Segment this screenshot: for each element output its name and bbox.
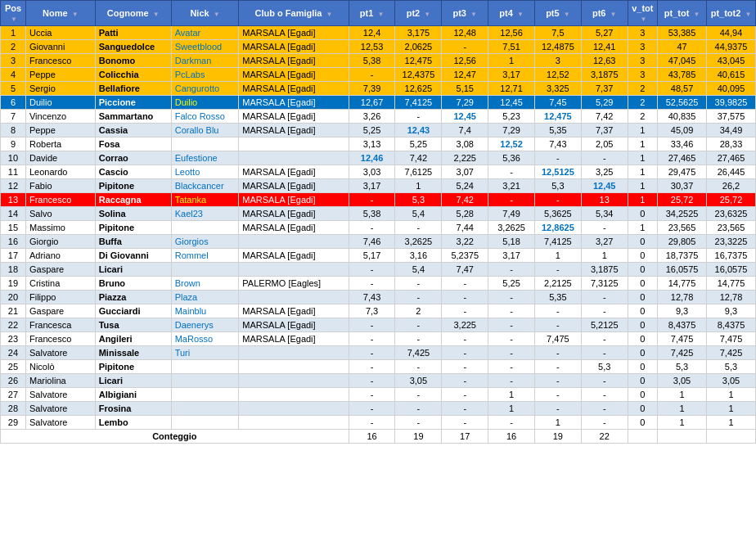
nick-cell: Kael23 [171,207,239,221]
col-nick[interactable]: Nick ▼ [171,1,239,26]
pttot2-cell: 1 [707,388,756,402]
nome-cell: Filippo [25,291,95,304]
pttot-cell: 34,2525 [658,207,707,221]
pt6-cell: 7,37 [581,82,628,96]
pt6-cell: - [581,221,628,235]
pttot2-cell: 23,3225 [707,235,756,249]
pt3-cell: 5,2375 [442,249,488,263]
pt1-cell: 3,03 [349,165,395,179]
cognome-cell: Raccagna [95,193,171,207]
col-cognome[interactable]: Cognome ▼ [95,1,171,26]
pt4-cell: 1 [488,388,535,402]
club-cell [239,360,349,374]
col-pt3[interactable]: pt3 ▼ [442,1,488,26]
pt6-cell: - [581,402,628,416]
col-pttot2[interactable]: pt_tot2 ▼ [707,1,756,26]
col-vtot[interactable]: v_tot ▼ [628,1,657,26]
pt1-cell: 3,13 [349,138,395,151]
table-row: 20FilippoPiazzaPlaza7,43---5,35-012,7812… [1,291,756,304]
pttot2-cell: 1 [707,402,756,416]
table-row: 15MassimoPipitoneMARSALA [Egadi]--7,443,… [1,221,756,235]
vtot-cell: 0 [628,277,657,291]
pt1-cell: - [349,68,395,82]
pttot2-cell: 44,9375 [707,40,756,54]
pt6-cell: 7,42 [581,110,628,124]
pttot2-cell: 8,4375 [707,318,756,332]
pt6-cell: 1 [581,249,628,263]
pt4-cell: 5,18 [488,235,535,249]
pt4-cell: - [488,263,535,277]
cognome-cell: Patti [95,26,171,40]
pttot2-cell: 1 [707,416,756,430]
pt5-cell: - [534,151,581,165]
nome-cell: Uccia [25,26,95,40]
vtot-cell: 1 [628,165,657,179]
pt3-cell: - [442,402,488,416]
pt3-cell: 7,42 [442,193,488,207]
col-pttot[interactable]: pt_tot ▼ [658,1,707,26]
pt3-cell: 12,47 [442,68,488,82]
nick-cell: Rommel [171,249,239,263]
pttot-cell: 40,835 [658,110,707,124]
table-row: 21GaspareGucciardiMainbluMARSALA [Egadi]… [1,304,756,318]
pt5-cell: - [534,304,581,318]
nick-cell: Brown [171,277,239,291]
table-row: 8PeppeCassiaCorallo BluMARSALA [Egadi]5,… [1,124,756,138]
pt4-cell: - [488,318,535,332]
table-row: 6DuilioPiccioneDuilioMARSALA [Egadi]12,6… [1,96,756,110]
pt5-cell: 7,4125 [534,235,581,249]
nome-cell: Leonardo [25,165,95,179]
col-nome[interactable]: Nome ▼ [25,1,95,26]
nick-cell [171,360,239,374]
col-pt4[interactable]: pt4 ▼ [488,1,535,26]
nick-cell [171,221,239,235]
club-cell [239,138,349,151]
vtot-cell: 0 [628,332,657,346]
nick-cell: Leotto [171,165,239,179]
table-row: 28SalvatoreFrosina---1--011 [1,402,756,416]
pttot2-cell: 3,05 [707,374,756,388]
pttot2-cell: 7,425 [707,346,756,360]
pt4-cell: 5,25 [488,277,535,291]
pt5-cell: - [534,360,581,374]
col-pos[interactable]: Pos ▼ [1,1,26,26]
header-row: Pos ▼ Nome ▼ Cognome ▼ Nick ▼ Club o Fam… [1,1,756,26]
pttot-cell: 30,37 [658,179,707,193]
nick-cell: Sweetblood [171,40,239,54]
vtot-cell: 0 [628,235,657,249]
pt2-cell: 2 [395,304,442,318]
col-pt6[interactable]: pt6 ▼ [581,1,628,26]
cognome-cell: Tusa [95,318,171,332]
club-cell: MARSALA [Egadi] [239,124,349,138]
pttot-cell: 27,465 [658,151,707,165]
pt1-cell: - [349,360,395,374]
col-pt5[interactable]: pt5 ▼ [534,1,581,26]
pttot-cell: 29,805 [658,235,707,249]
pos-cell: 3 [1,54,26,68]
nome-cell: Duilio [25,96,95,110]
nick-cell [171,263,239,277]
pt3-cell: - [442,40,488,54]
col-club[interactable]: Club o Famiglia ▼ [239,1,349,26]
col-pt1[interactable]: pt1 ▼ [349,1,395,26]
pt3-cell: - [442,416,488,430]
pt4-cell: 7,29 [488,124,535,138]
vtot-cell: 0 [628,304,657,318]
pt1-cell: 7,3 [349,304,395,318]
cognome-cell: Licari [95,374,171,388]
pt5-cell: - [534,263,581,277]
pt2-cell: 3,05 [395,374,442,388]
table-row: 11LeonardoCascioLeottoMARSALA [Egadi]3,0… [1,165,756,179]
nome-cell: Gaspare [25,263,95,277]
pos-cell: 20 [1,291,26,304]
pt1-cell: 7,46 [349,235,395,249]
pttot2-cell: 9,3 [707,304,756,318]
cognome-cell: Pipitone [95,179,171,193]
pttot-cell: 29,475 [658,165,707,179]
club-cell: MARSALA [Egadi] [239,110,349,124]
vtot-cell: 2 [628,82,657,96]
col-pt2[interactable]: pt2 ▼ [395,1,442,26]
pt4-cell: - [488,360,535,374]
footer-vtot [628,430,657,444]
pt3-cell: 5,28 [442,207,488,221]
